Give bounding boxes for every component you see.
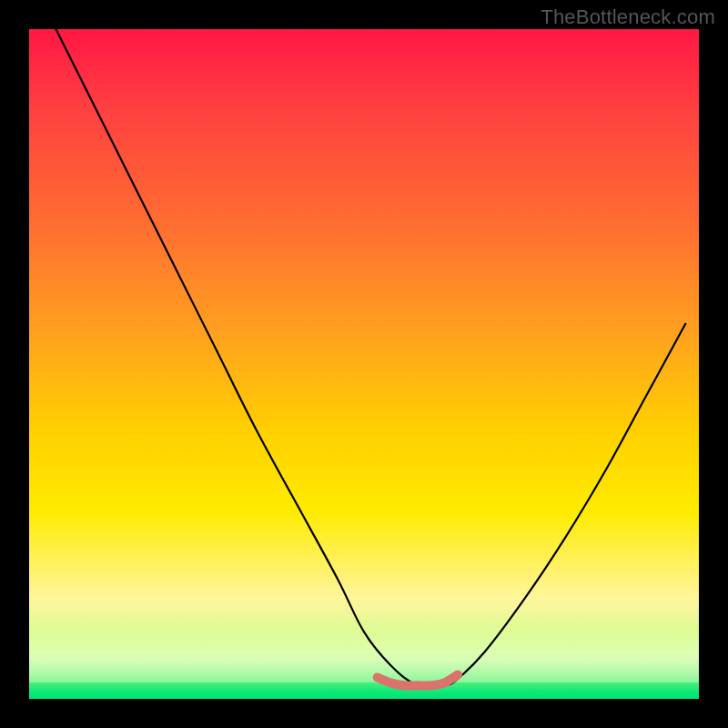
curve-layer xyxy=(29,29,699,699)
watermark-text: TheBottleneck.com xyxy=(541,5,715,29)
bottleneck-curve xyxy=(56,29,685,687)
optimal-zone-marker xyxy=(378,675,458,686)
chart-stage: TheBottleneck.com xyxy=(0,0,728,728)
